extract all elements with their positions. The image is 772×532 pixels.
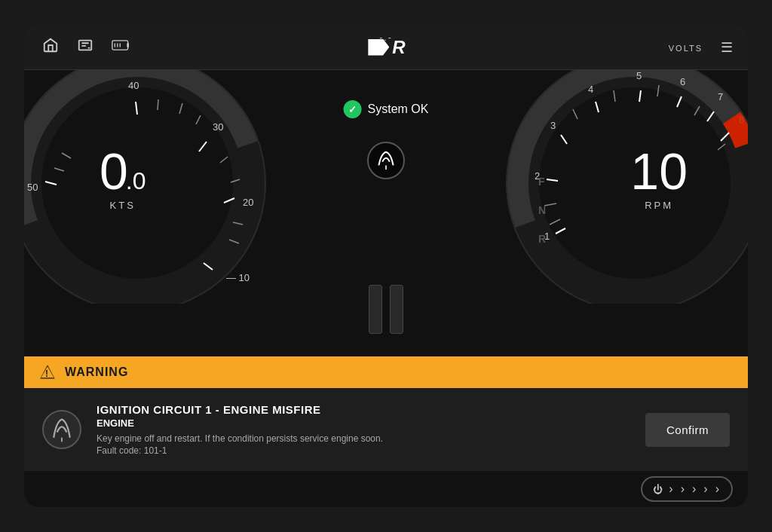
warning-banner: ! WARNING	[24, 356, 748, 388]
arrow-2: ›	[681, 482, 685, 496]
arrow-1: ›	[669, 482, 672, 496]
logo-r-text: R	[392, 37, 403, 58]
svg-text:3: 3	[550, 120, 556, 131]
warning-triangle-icon: !	[39, 364, 56, 381]
alert-card: IGNITION CIRCUIT 1 - ENGINE MISFIRE ENGI…	[24, 388, 748, 471]
menu-button[interactable]: ☰	[721, 39, 733, 56]
arrow-4: ›	[703, 482, 707, 496]
top-nav-icons	[39, 34, 134, 60]
svg-text:6: 6	[680, 76, 685, 87]
svg-text:50: 50	[27, 182, 38, 193]
gear-f: F	[538, 176, 546, 188]
volts-label: VOLTS	[669, 44, 703, 53]
gear-r: R	[538, 233, 546, 245]
svg-text:40: 40	[128, 80, 139, 91]
system-status-text: System OK	[368, 102, 429, 116]
speed-unit: KTS	[100, 200, 146, 211]
speed-decimal: .0	[126, 167, 146, 195]
alert-content: IGNITION CIRCUIT 1 - ENGINE MISFIRE ENGI…	[96, 403, 630, 456]
svg-text:4: 4	[588, 84, 593, 95]
gear-n: N	[538, 204, 546, 216]
gauge-area: 50 40 30 20 — 10	[24, 70, 748, 356]
svg-line-23	[158, 99, 158, 110]
alert-title: IGNITION CIRCUIT 1 - ENGINE MISFIRE	[96, 403, 630, 416]
alert-mercury-logo	[42, 410, 81, 449]
throttle-bar-left	[369, 285, 382, 334]
bottom-bar: ⏻ › › › › ›	[24, 471, 748, 507]
arrow-3: ›	[692, 482, 696, 496]
device-frame: R -.- VOLTS ☰ 50 40	[24, 25, 748, 507]
speed-display: 0 .0 KTS	[100, 145, 146, 211]
svg-text:8: 8	[739, 114, 744, 125]
svg-text:5: 5	[636, 70, 642, 81]
gear-indicator: F N R	[538, 176, 546, 245]
hamburger-icon: ☰	[721, 40, 733, 55]
rpm-value: 10	[630, 145, 688, 197]
center-logo	[367, 142, 405, 179]
alert-subtitle: ENGINE	[96, 417, 630, 429]
battery-value: -.-	[379, 32, 392, 43]
screenshot-icon[interactable]	[74, 34, 96, 60]
alert-description: Key engine off and restart. If the condi…	[96, 432, 630, 445]
rpm-unit: RPM	[630, 200, 688, 211]
power-icon: ⏻	[653, 484, 663, 495]
svg-text:30: 30	[213, 121, 223, 133]
top-bar: R -.- VOLTS ☰	[24, 25, 748, 70]
status-check-icon: ✓	[344, 100, 362, 118]
svg-text:20: 20	[243, 197, 253, 208]
svg-text:7: 7	[718, 91, 723, 102]
svg-text:— 10: — 10	[226, 272, 250, 283]
speed-value: 0	[100, 145, 126, 197]
svg-text:!: !	[45, 368, 48, 379]
rpm-display: 10 RPM	[630, 145, 688, 211]
speed-gauge-svg: 50 40 30 20 — 10	[24, 70, 318, 304]
throttle-bars	[369, 285, 403, 334]
navigation-arrows[interactable]: ⏻ › › › › ›	[641, 476, 733, 502]
battery-icon	[109, 34, 134, 60]
alert-fault-code: Fault code: 101-1	[96, 445, 630, 456]
confirm-button[interactable]: Confirm	[645, 413, 730, 447]
system-status: ✓ System OK	[344, 100, 429, 118]
arrow-5: ›	[715, 482, 719, 496]
warning-label: WARNING	[65, 365, 128, 379]
home-icon[interactable]	[39, 34, 62, 60]
mercury-logo-circle	[367, 142, 405, 179]
rpm-gauge-svg: 8 7 6 5 4 3 2 1	[454, 70, 748, 304]
throttle-bar-right	[390, 285, 403, 334]
